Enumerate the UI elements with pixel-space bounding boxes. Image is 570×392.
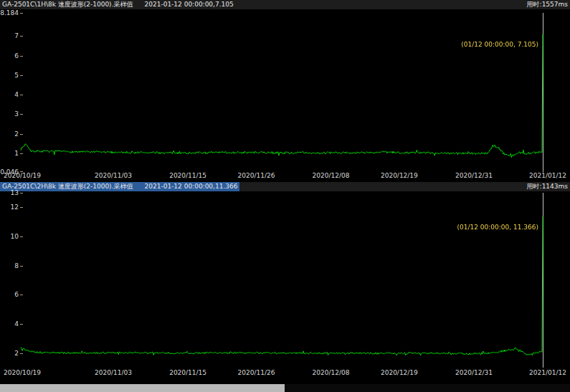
- x-tick-label: 2020/11/03: [92, 369, 135, 377]
- x-tick-label: 2020/12/19: [378, 369, 421, 377]
- chart2-header[interactable]: GA-2501C\2H\8k 速度波形(2-1000).采样值2021-01-1…: [0, 182, 570, 191]
- y-tick-label: 2: [0, 350, 19, 357]
- x-tick-label: 2020/11/26: [234, 172, 277, 180]
- trend-plot-canvas-1[interactable]: [20, 13, 548, 172]
- trend-plot-canvas-2[interactable]: [20, 193, 548, 368]
- y-tick-label: 10: [0, 233, 19, 240]
- chart2-cursor-readout: 2021-01-12 00:00:00,11.366: [145, 183, 238, 190]
- x-tick-label: 2020/12/08: [310, 172, 353, 180]
- cursor-annotation: (01/12 00:00:00, 7.105): [461, 41, 538, 48]
- x-tick-label: 2020/12/19: [378, 172, 421, 180]
- y-tick-label: 1: [0, 150, 19, 157]
- chart2-header-text: GA-2501C\2H\8k 速度波形(2-1000).采样值2021-01-1…: [0, 182, 239, 191]
- y-tick-label: 5: [0, 72, 19, 79]
- chart1-cursor-readout: 2021-01-12 00:00:00,7.105: [145, 1, 234, 8]
- y-tick-label: 8.184: [0, 9, 19, 16]
- x-tick-label: 2021/01/12: [526, 172, 569, 180]
- y-tick-label: 12: [0, 204, 19, 211]
- horizontal-scrollbar[interactable]: [0, 384, 570, 392]
- y-tick-label: 8: [0, 262, 19, 269]
- x-tick-label: 2020/10/19: [1, 369, 44, 377]
- scrollbar-thumb[interactable]: [0, 384, 285, 392]
- y-tick-label: 4: [0, 91, 19, 98]
- chart1-title: GA-2501C\1H\8k 速度波形(2-1000).采样值: [2, 1, 133, 8]
- x-tick-label: 2020/11/26: [234, 369, 277, 377]
- chart1-elapsed-time: 用时:1557ms: [527, 0, 568, 9]
- y-tick-label: 7: [0, 32, 19, 39]
- x-tick-label: 2020/10/19: [1, 172, 44, 180]
- y-tick-label: 6: [0, 291, 19, 298]
- chart2-elapsed-time: 用时:1143ms: [527, 182, 568, 191]
- y-tick-label: 3: [0, 110, 19, 118]
- x-tick-label: 2020/12/31: [452, 369, 495, 377]
- chart1-header[interactable]: GA-2501C\1H\8k 速度波形(2-1000).采样值2021-01-1…: [0, 0, 570, 9]
- chart1-header-text: GA-2501C\1H\8k 速度波形(2-1000).采样值2021-01-1…: [0, 0, 236, 9]
- cursor-annotation: (01/12 00:00:00, 11.366): [457, 224, 538, 231]
- y-tick-label: 2: [0, 130, 19, 138]
- x-tick-label: 2021/01/12: [526, 369, 569, 377]
- x-tick-label: 2020/11/15: [166, 172, 209, 180]
- chart2-title: GA-2501C\2H\8k 速度波形(2-1000).采样值: [2, 183, 133, 190]
- y-tick-label: 6: [0, 52, 19, 59]
- x-tick-label: 2020/12/31: [452, 172, 495, 180]
- x-tick-label: 2020/11/15: [166, 369, 209, 377]
- y-tick-label: 13: [0, 189, 19, 196]
- y-tick-label: 4: [0, 320, 19, 328]
- x-tick-label: 2020/11/03: [92, 172, 135, 180]
- trend-monitor-window: GA-2501C\1H\8k 速度波形(2-1000).采样值2021-01-1…: [0, 0, 570, 392]
- x-tick-label: 2020/12/08: [310, 369, 353, 377]
